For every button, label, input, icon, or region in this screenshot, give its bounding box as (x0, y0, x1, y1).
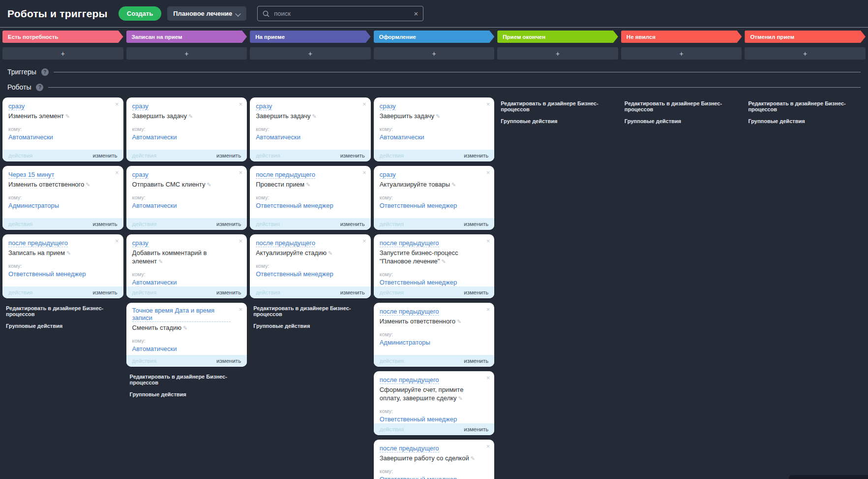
robot-trigger-link[interactable]: после предыдущего (256, 171, 315, 179)
stage-header-6[interactable]: Не явился (621, 31, 742, 43)
add-robot-button-4[interactable]: + (374, 47, 495, 60)
robot-edit-link[interactable]: изменить (216, 153, 241, 159)
robot-recipient-link[interactable]: Автоматически (132, 133, 177, 141)
robot-edit-link[interactable]: изменить (216, 358, 241, 364)
robot-actions-link[interactable]: действия (132, 221, 156, 227)
robot-recipient-link[interactable]: Ответственный менеджер (256, 202, 333, 209)
robot-actions-link[interactable]: действия (380, 153, 404, 159)
robot-recipient-link[interactable]: Автоматически (8, 133, 53, 141)
close-icon[interactable]: × (362, 238, 366, 244)
pipeline-selector[interactable]: Плановое лечение (167, 6, 246, 21)
robot-actions-link[interactable]: действия (380, 426, 404, 432)
pencil-icon[interactable]: ✎ (451, 182, 456, 188)
robot-trigger-link[interactable]: после предыдущего (380, 376, 439, 384)
corner-widget[interactable] (789, 475, 868, 479)
designer-link[interactable]: Редактировать в дизайнере Бизнес-процесс… (6, 305, 123, 317)
robot-actions-link[interactable]: действия (380, 289, 404, 295)
pencil-icon[interactable]: ✎ (86, 182, 90, 188)
robot-trigger-link[interactable]: сразу (132, 171, 149, 179)
group-actions-link[interactable]: Групповые действия (501, 118, 618, 124)
pencil-icon[interactable]: ✎ (436, 113, 440, 119)
robot-trigger-link[interactable]: сразу (8, 102, 25, 110)
robot-trigger-link[interactable]: после предыдущего (380, 445, 439, 452)
pencil-icon[interactable]: ✎ (306, 182, 310, 188)
add-robot-button-5[interactable]: + (497, 47, 618, 60)
close-icon[interactable]: × (239, 306, 243, 313)
robot-edit-link[interactable]: изменить (340, 221, 365, 227)
robot-actions-link[interactable]: действия (132, 153, 156, 159)
robot-actions-link[interactable]: действия (256, 289, 280, 295)
pencil-icon[interactable]: ✎ (441, 258, 446, 264)
pencil-icon[interactable]: ✎ (66, 250, 71, 256)
robot-trigger-link[interactable]: сразу (380, 102, 396, 110)
stage-header-4[interactable]: Оформление (374, 31, 495, 43)
close-icon[interactable]: × (115, 101, 119, 107)
robot-edit-link[interactable]: изменить (464, 426, 488, 432)
robot-trigger-link[interactable]: Точное время Дата и время записи (132, 307, 231, 322)
close-icon[interactable]: × (486, 169, 490, 176)
robot-edit-link[interactable]: изменить (216, 289, 241, 295)
robot-trigger-link[interactable]: Через 15 минут (8, 171, 55, 179)
robot-recipient-link[interactable]: Администраторы (380, 339, 430, 346)
robot-recipient-link[interactable]: Администраторы (8, 202, 59, 209)
robot-trigger-link[interactable]: сразу (132, 239, 149, 247)
robot-edit-link[interactable]: изменить (340, 289, 365, 295)
robots-help-icon[interactable]: ? (36, 84, 43, 91)
robot-edit-link[interactable]: изменить (464, 358, 488, 364)
close-icon[interactable]: × (239, 101, 243, 107)
add-robot-button-6[interactable]: + (621, 47, 742, 60)
robot-trigger-link[interactable]: сразу (132, 102, 149, 110)
pencil-icon[interactable]: ✎ (458, 395, 463, 401)
stage-header-7[interactable]: Отменил прием (745, 31, 866, 43)
robot-edit-link[interactable]: изменить (93, 221, 118, 227)
robot-trigger-link[interactable]: после предыдущего (8, 239, 68, 247)
add-robot-button-7[interactable]: + (745, 47, 866, 60)
group-actions-link[interactable]: Групповые действия (6, 323, 123, 329)
add-robot-button-1[interactable]: + (2, 47, 123, 60)
robot-recipient-link[interactable]: Ответственный менеджер (256, 270, 333, 278)
robot-recipient-link[interactable]: Автоматически (380, 133, 424, 141)
robot-edit-link[interactable]: изменить (464, 289, 488, 295)
robot-edit-link[interactable]: изменить (464, 153, 488, 159)
pencil-icon[interactable]: ✎ (158, 258, 163, 264)
designer-link[interactable]: Редактировать в дизайнере Бизнес-процесс… (501, 100, 618, 112)
robot-recipient-link[interactable]: Ответственный менеджер (8, 270, 86, 278)
robot-actions-link[interactable]: действия (8, 221, 32, 227)
robot-actions-link[interactable]: действия (256, 153, 280, 159)
close-icon[interactable]: × (486, 238, 490, 244)
robot-trigger-link[interactable]: сразу (380, 171, 396, 179)
robot-recipient-link[interactable]: Автоматически (132, 279, 177, 286)
robot-actions-link[interactable]: действия (132, 358, 156, 364)
pencil-icon[interactable]: ✎ (457, 319, 461, 324)
robot-trigger-link[interactable]: после предыдущего (380, 308, 439, 316)
close-icon[interactable]: × (486, 306, 490, 313)
robot-edit-link[interactable]: изменить (216, 221, 241, 227)
robot-recipient-link[interactable]: Ответственный менеджер (380, 476, 457, 479)
stage-header-1[interactable]: Есть потребность (2, 31, 123, 43)
robot-actions-link[interactable]: действия (380, 221, 404, 227)
robot-actions-link[interactable]: действия (132, 289, 156, 295)
robot-trigger-link[interactable]: после предыдущего (380, 239, 439, 247)
close-icon[interactable]: × (362, 169, 366, 176)
designer-link[interactable]: Редактировать в дизайнере Бизнес-процесс… (253, 305, 371, 317)
close-icon[interactable]: × (115, 238, 119, 244)
triggers-help-icon[interactable]: ? (41, 68, 49, 76)
robot-recipient-link[interactable]: Ответственный менеджер (380, 279, 457, 286)
stage-header-3[interactable]: На приеме (250, 31, 371, 43)
robot-actions-link[interactable]: действия (256, 221, 280, 227)
close-icon[interactable]: × (115, 169, 119, 176)
group-actions-link[interactable]: Групповые действия (130, 391, 247, 397)
close-icon[interactable]: × (362, 101, 366, 107)
robot-trigger-link[interactable]: сразу (256, 102, 272, 110)
designer-link[interactable]: Редактировать в дизайнере Бизнес-процесс… (625, 100, 742, 112)
robot-actions-link[interactable]: действия (8, 289, 32, 295)
robot-recipient-link[interactable]: Ответственный менеджер (380, 415, 457, 423)
pencil-icon[interactable]: ✎ (183, 325, 187, 331)
close-icon[interactable]: × (486, 375, 490, 381)
close-icon[interactable]: × (486, 443, 490, 449)
search-clear-icon[interactable]: × (414, 10, 419, 17)
robot-trigger-link[interactable]: после предыдущего (256, 239, 315, 247)
pencil-icon[interactable]: ✎ (188, 113, 193, 119)
pencil-icon[interactable]: ✎ (328, 250, 332, 256)
add-robot-button-3[interactable]: + (250, 47, 371, 60)
